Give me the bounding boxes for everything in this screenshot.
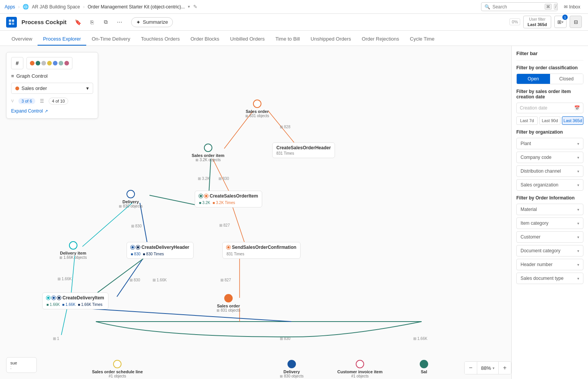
graph-control-dropdown[interactable]: Sales order ▾ — [11, 83, 93, 94]
svg-line-18 — [92, 255, 149, 297]
filter-icon-button[interactable]: ⊞ 1 ▾ — [554, 16, 567, 28]
tab-touchless-orders[interactable]: Touchless Orders — [136, 33, 185, 46]
nav1[interactable]: AR JAB Building Space — [32, 4, 80, 10]
activity-create-delivery-header[interactable]: CreateDeliveryHeader ■ 830 ■ 830 Times — [126, 242, 194, 259]
creation-date-label: Creation date — [520, 105, 547, 111]
apps-link[interactable]: Apps — [5, 4, 15, 10]
nodes-badge[interactable]: 3 of 6 — [18, 98, 35, 104]
document-category-dropdown[interactable]: Document category ▾ — [516, 245, 583, 256]
svg-rect-0 — [9, 20, 11, 22]
company-code-chevron: ▾ — [577, 155, 579, 160]
activity-send-confirmation[interactable]: SendSalesOrderConfirmation 831 Times — [222, 242, 301, 259]
customer-dropdown[interactable]: Customer ▾ — [516, 231, 583, 243]
last-90d-button[interactable]: Last 90d — [539, 116, 561, 125]
toolbar-icons: 🔖 ⎘ ⧉ ⋯ — [73, 17, 125, 28]
item-category-dropdown[interactable]: Item category ▾ — [516, 217, 583, 229]
company-code-dropdown[interactable]: Company code ▾ — [516, 152, 583, 163]
activity-create-sales-item[interactable]: CreateSalesOrderItem ■ 3.2K ■ 3.2K Times — [195, 191, 262, 207]
sales-organization-dropdown[interactable]: Sales organization ▾ — [516, 179, 583, 191]
copy-button[interactable]: ⎘ — [87, 17, 97, 28]
svg-text:⊞ 828: ⊞ 828 — [280, 125, 291, 129]
node-delivery-bottom[interactable]: Delivery ⊞ 830 objects — [280, 360, 304, 378]
list-icon: ☰ — [40, 98, 44, 104]
item-category-label: Item category — [521, 221, 549, 226]
filter-badge: 1 — [562, 15, 568, 20]
expand-control-button[interactable]: Expand Control ↗ — [11, 108, 93, 114]
tab-time-to-bill[interactable]: Time to Bill — [270, 33, 305, 46]
zoom-in-button[interactable]: + — [499, 362, 511, 374]
zoom-percent: 88% — [481, 365, 491, 371]
nav-dropdown-icon[interactable]: ▾ — [188, 4, 190, 9]
nav-edit-icon[interactable]: ✎ — [193, 4, 197, 10]
color-dot-pink — [64, 61, 69, 65]
activity-box-cdh: CreateDeliveryHeader ■ 830 ■ 830 Times — [126, 242, 194, 259]
inbox-button[interactable]: ✉ Inbox — [561, 3, 583, 11]
last-365d-button[interactable]: Last 365d — [562, 116, 583, 125]
tab-order-rejections[interactable]: Order Rejections — [356, 33, 405, 46]
zoom-out-button[interactable]: − — [465, 362, 477, 374]
svg-line-19 — [71, 256, 75, 297]
tab-unbilled-orders[interactable]: Unbilled Orders — [225, 33, 270, 46]
color-dot-blue — [53, 61, 57, 65]
svg-line-7 — [209, 159, 211, 193]
header-number-dropdown[interactable]: Header number ▾ — [516, 259, 583, 270]
svg-line-17 — [117, 255, 146, 297]
node-sales-order-mid-label: Sales order — [217, 304, 240, 308]
node-sales-order-mid[interactable]: Sales order ⊞ 831 objects — [217, 294, 240, 312]
node-delivery-item[interactable]: Delivery item ⊞ 1.66K objects — [59, 241, 87, 260]
material-dropdown[interactable]: Material ▾ — [516, 204, 583, 215]
zoom-chevron[interactable]: ▾ — [493, 366, 494, 370]
date-quick-buttons: Last 7d Last 90d Last 365d — [516, 116, 583, 125]
node-sal[interactable]: Sal — [420, 360, 428, 374]
node-sales-order-schedule[interactable]: Sales order schedule line #1 objects — [92, 360, 143, 378]
tab-overview[interactable]: Overview — [6, 33, 38, 46]
activity-box-cdi: CreateDeliveryItem ■ 1.66K ■ 1.66K ■ 1.6… — [42, 292, 108, 309]
sales-organization-label: Sales organization — [521, 182, 558, 188]
plant-dropdown[interactable]: Plant ▾ — [516, 138, 583, 149]
hash-view-button[interactable]: # — [11, 57, 23, 69]
summarize-button[interactable]: ✦ Summarize — [131, 17, 173, 27]
toolbar-right: 0% User filter Last 365d ⊞ 1 ▾ ⊟ — [509, 16, 582, 28]
share-button[interactable]: ⧉ — [100, 17, 111, 28]
node-delivery[interactable]: Delivery ⊞ 830 objects — [119, 190, 143, 208]
tab-unshipped-orders[interactable]: Unshipped Orders — [305, 33, 356, 46]
creation-date-input[interactable]: Creation date 📅 — [516, 103, 583, 113]
svg-line-12 — [232, 205, 245, 245]
nav2[interactable]: Order Management Starter Kit (object-cen… — [88, 4, 185, 10]
svg-text:⊞ 1.66K: ⊞ 1.66K — [413, 337, 427, 341]
search-input[interactable] — [493, 4, 542, 10]
node-sales-order[interactable]: Sales order ⊞ 831 objects — [245, 100, 269, 118]
distribution-channel-chevron: ▾ — [577, 169, 579, 173]
inbox-icon: ✉ — [564, 4, 568, 10]
tab-process-explorer[interactable]: Process Explorer — [38, 33, 86, 46]
node-customer-invoice[interactable]: Customer invoice item #1 objects — [337, 360, 383, 378]
closed-filter-button[interactable]: Closed — [550, 74, 583, 84]
search-box[interactable]: 🔍 ⌘ / — [481, 2, 558, 11]
filter-dropdown-arrow[interactable]: ▾ — [562, 20, 563, 24]
sales-document-type-dropdown[interactable]: Sales document type ▾ — [516, 273, 583, 284]
distribution-channel-dropdown[interactable]: Distribution channel ▾ — [516, 165, 583, 177]
graph-control-header: ≡ Graph Control — [11, 73, 93, 79]
tab-ontime-delivery[interactable]: On-Time Delivery — [86, 33, 136, 46]
filter-creation-date-title: Filter by sales order item creation date — [516, 89, 583, 100]
document-category-label: Document category — [521, 248, 560, 253]
edges-badge[interactable]: 4 of 10 — [49, 98, 69, 105]
user-filter-button[interactable]: User filter Last 365d — [523, 16, 551, 28]
bookmark-button[interactable]: 🔖 — [73, 17, 84, 28]
svg-text:⊞ 827: ⊞ 827 — [219, 223, 230, 227]
filter-bar-title: Filter bar — [516, 51, 583, 60]
tab-cycle-time[interactable]: Cycle Time — [404, 33, 440, 46]
process-canvas[interactable]: ⊞ 828 ⊞ 3.2K ⊞ 830 ⊞ 827 ⊞ 830 ⊞ 1.66K ⊞… — [0, 46, 511, 379]
sidebar-toggle-button[interactable]: ⊟ — [570, 16, 582, 28]
activity-create-delivery-item[interactable]: CreateDeliveryItem ■ 1.66K ■ 1.66K ■ 1.6… — [42, 292, 108, 309]
svg-text:⊞ 830: ⊞ 830 — [130, 278, 140, 282]
activity-create-sales-header[interactable]: CreateSalesOrderHeader 831 Times — [272, 142, 335, 158]
tab-order-blocks[interactable]: Order Blocks — [185, 33, 225, 46]
open-filter-button[interactable]: Open — [517, 74, 550, 84]
user-filter-label: User filter — [529, 17, 545, 22]
svg-rect-3 — [12, 23, 14, 25]
more-button[interactable]: ⋯ — [114, 17, 125, 28]
zoom-value[interactable]: 88% ▾ — [477, 362, 499, 374]
last-7d-button[interactable]: Last 7d — [516, 116, 538, 125]
node-sales-order-item[interactable]: Sales order item ⊞ 3.2K objects — [192, 144, 225, 162]
